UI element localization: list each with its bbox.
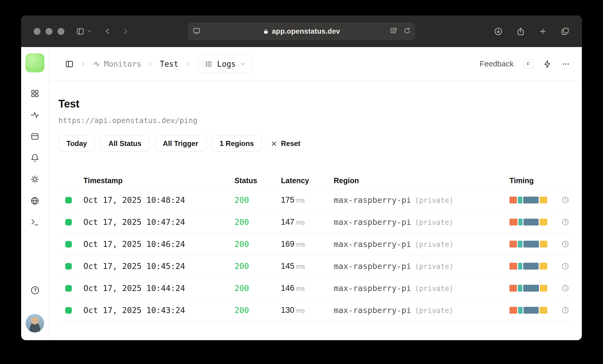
row-timestamp: Oct 17, 2025 10:43:24 <box>83 306 234 315</box>
timing-bar <box>509 241 547 248</box>
chevron-right-icon <box>80 61 86 67</box>
row-status: 200 <box>234 217 281 227</box>
gear-icon <box>30 175 39 184</box>
row-status: 200 <box>234 284 281 293</box>
status-indicator <box>65 197 72 203</box>
sidebar-item-dashboard[interactable] <box>30 89 39 98</box>
timing-bar <box>509 263 547 270</box>
clock-icon[interactable] <box>561 306 569 314</box>
filter-button[interactable]: Today <box>58 136 95 152</box>
workspace-logo[interactable] <box>25 53 44 72</box>
bell-icon <box>30 153 39 162</box>
page-title: Test <box>58 98 574 110</box>
activity-icon <box>30 111 39 119</box>
table-row[interactable]: Oct 17, 2025 10:43:24 200 130ms max-rasp… <box>58 299 574 321</box>
help-button[interactable]: ? <box>30 286 40 296</box>
translate-icon[interactable]: A <box>390 27 398 36</box>
row-latency: 130ms <box>281 306 334 315</box>
forward-button[interactable] <box>122 27 129 35</box>
reload-icon[interactable] <box>403 27 411 36</box>
more-options-icon[interactable] <box>562 60 570 68</box>
clock-icon[interactable] <box>561 262 569 270</box>
grid-icon <box>30 89 39 98</box>
browser-sidebar-toggle-icon[interactable] <box>76 27 84 35</box>
table-row[interactable]: Oct 17, 2025 10:47:24 200 147ms max-rasp… <box>58 211 574 233</box>
reset-filters-button[interactable]: Reset <box>271 139 300 148</box>
col-timestamp: Timestamp <box>83 176 234 185</box>
row-timestamp: Oct 17, 2025 10:44:24 <box>83 284 234 293</box>
new-tab-icon[interactable] <box>539 27 547 35</box>
log-table: Timestamp Status Latency Region Timing O… <box>58 172 574 321</box>
page-content: Test https://api.openstatus.dev/ping Tod… <box>49 81 582 340</box>
sidebar-item-notifications[interactable] <box>30 153 39 162</box>
filter-button[interactable]: All Status <box>100 136 150 152</box>
sidebar-item-domains[interactable] <box>30 196 39 205</box>
svg-text:A: A <box>392 29 395 33</box>
col-latency: Latency <box>281 176 334 185</box>
table-row[interactable]: Oct 17, 2025 10:44:24 200 146ms max-rasp… <box>58 277 574 299</box>
table-row[interactable]: Oct 17, 2025 10:45:24 200 145ms max-rasp… <box>58 255 574 277</box>
url-text: app.openstatus.dev <box>272 27 340 35</box>
help-icon: ? <box>30 286 40 295</box>
clock-icon[interactable] <box>561 240 569 248</box>
row-region: max-raspberry-pi(private) <box>334 239 509 249</box>
downloads-icon[interactable] <box>494 27 503 36</box>
log-table-body: Oct 17, 2025 10:48:24 200 175ms max-rasp… <box>58 189 574 321</box>
clock-icon[interactable] <box>561 284 569 292</box>
zoom-window-button[interactable] <box>57 28 64 35</box>
timing-bar <box>509 285 547 292</box>
filter-bar: Today All Status All Trigger 1 Regions R… <box>58 136 574 152</box>
status-indicator <box>65 219 72 225</box>
table-row[interactable]: Oct 17, 2025 10:46:24 200 169ms max-rasp… <box>58 233 574 255</box>
filter-button[interactable]: 1 Regions <box>212 136 262 152</box>
sidebar-item-status-pages[interactable] <box>30 132 39 141</box>
row-latency: 145ms <box>281 262 334 271</box>
terminal-icon <box>30 218 39 227</box>
status-indicator <box>65 285 72 292</box>
browser-window: app.openstatus.dev A <box>21 15 582 340</box>
panel-top-icon <box>30 132 39 141</box>
row-status: 200 <box>234 262 281 271</box>
row-status: 200 <box>234 306 281 315</box>
col-region: Region <box>334 176 509 185</box>
browser-chrome: app.openstatus.dev A <box>21 15 582 47</box>
view-selector-label: Logs <box>217 60 236 69</box>
svg-text:?: ? <box>34 287 37 293</box>
sidebar-chevron-down-icon[interactable] <box>87 29 92 34</box>
quick-actions-icon[interactable] <box>543 60 551 68</box>
col-timing: Timing <box>509 176 557 185</box>
status-indicator <box>65 263 72 270</box>
user-avatar[interactable] <box>26 314 44 332</box>
sidebar-item-monitors[interactable] <box>30 111 39 119</box>
row-region: max-raspberry-pi(private) <box>334 306 509 315</box>
close-window-button[interactable] <box>34 28 41 35</box>
clock-icon[interactable] <box>561 196 569 204</box>
feedback-button[interactable]: Feedback <box>480 59 514 69</box>
row-timestamp: Oct 17, 2025 10:48:24 <box>83 195 234 205</box>
url-bar[interactable]: app.openstatus.dev A <box>188 23 415 40</box>
minimize-window-button[interactable] <box>46 28 52 35</box>
sidebar-item-cli[interactable] <box>30 218 39 227</box>
breadcrumb-monitor-name[interactable]: Test <box>160 60 178 69</box>
breadcrumb-monitors[interactable]: Monitors <box>92 60 141 69</box>
app-sidebar-toggle-icon[interactable] <box>65 60 74 69</box>
timing-bar <box>509 197 547 203</box>
back-button[interactable] <box>104 27 111 35</box>
page-format-icon[interactable] <box>193 27 201 36</box>
row-status: 200 <box>234 239 281 249</box>
x-icon <box>271 141 277 147</box>
monitor-endpoint-url: https://api.openstatus.dev/ping <box>58 116 574 125</box>
table-row[interactable]: Oct 17, 2025 10:48:24 200 175ms max-rasp… <box>58 189 574 211</box>
breadcrumb-bar: Monitors Test Logs <box>49 47 582 81</box>
share-icon[interactable] <box>516 27 525 36</box>
clock-icon[interactable] <box>561 218 569 226</box>
globe-icon <box>30 196 39 205</box>
row-latency: 147ms <box>281 217 334 227</box>
timing-bar <box>509 307 547 314</box>
view-selector-logs[interactable]: Logs <box>198 55 253 73</box>
row-timestamp: Oct 17, 2025 10:46:24 <box>83 239 234 249</box>
row-latency: 146ms <box>281 284 334 293</box>
tab-overview-icon[interactable] <box>561 27 569 36</box>
sidebar-item-settings[interactable] <box>30 175 39 184</box>
filter-button[interactable]: All Trigger <box>155 136 206 152</box>
